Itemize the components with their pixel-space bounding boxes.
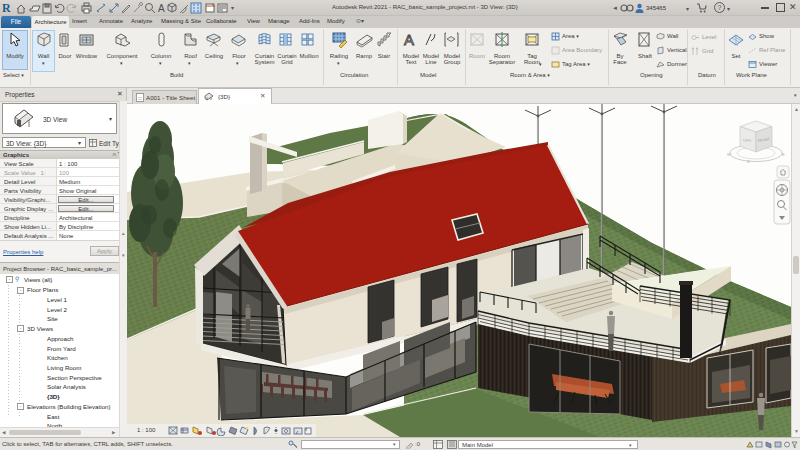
- svg-text:A: A: [158, 3, 165, 14]
- svg-text:S: S: [747, 159, 750, 164]
- svg-text:E: E: [782, 152, 785, 157]
- svg-text:A: A: [404, 31, 414, 48]
- svg-text:▾: ▾: [231, 5, 234, 11]
- svg-text:W: W: [727, 152, 731, 157]
